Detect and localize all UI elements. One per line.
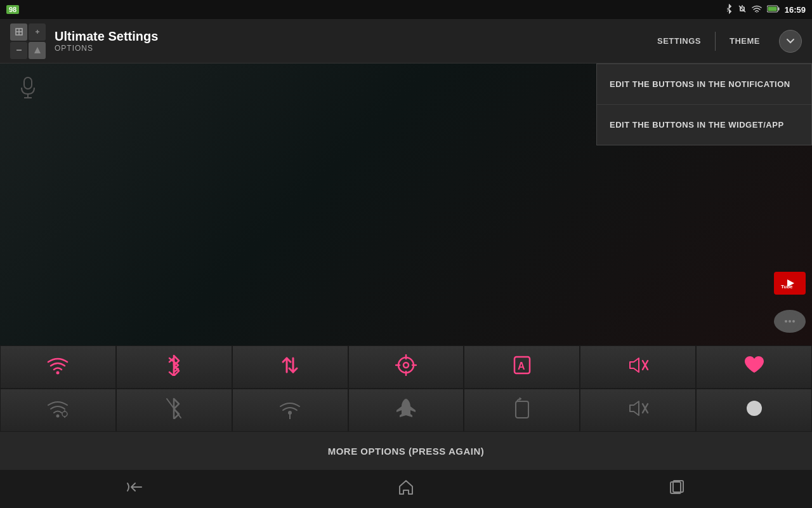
header-divider: [715, 32, 716, 51]
svg-point-26: [398, 358, 414, 373]
svg-point-36: [56, 414, 60, 417]
heart-icon: [743, 356, 765, 379]
app-title: Ultimate Settings: [55, 29, 158, 44]
settings-button[interactable]: SETTINGS: [646, 31, 712, 51]
button-row-2: [0, 389, 812, 432]
volume-mute-icon: [627, 356, 649, 379]
dropdown-menu: EDIT THE BUTTONS IN THE NOTIFICATION EDI…: [596, 64, 812, 145]
status-right: 16:59: [725, 4, 806, 16]
battery-status-icon: [767, 5, 780, 15]
data-transfer-icon: [280, 354, 299, 380]
recents-button[interactable]: [649, 473, 705, 505]
airplane-button[interactable]: [348, 389, 464, 432]
header-left: Ultimate Settings OPTIONS: [10, 23, 158, 59]
brightness-button[interactable]: [696, 389, 812, 432]
battery-percentage: 98: [6, 5, 19, 14]
silent-button[interactable]: [580, 389, 696, 432]
brightness-icon: [745, 399, 764, 422]
svg-point-2: [756, 12, 757, 13]
volume-mute-button[interactable]: [580, 345, 696, 389]
logo-cell-4: [29, 42, 46, 59]
wifi-settings-button[interactable]: [0, 389, 116, 432]
home-button[interactable]: [378, 472, 434, 505]
screen-rotate-icon: [513, 398, 531, 424]
status-bar: 98: [0, 0, 812, 19]
svg-point-23: [56, 371, 60, 374]
svg-point-21: [789, 320, 791, 323]
header-right: SETTINGS THEME: [646, 30, 802, 53]
svg-rect-13: [24, 77, 32, 89]
svg-point-20: [785, 320, 787, 323]
bluetooth-off-button[interactable]: [116, 389, 232, 432]
silent-icon: [627, 399, 649, 422]
svg-text:Tube: Tube: [781, 284, 793, 290]
svg-point-37: [62, 411, 67, 417]
status-left: 98: [6, 5, 19, 14]
edit-notification-buttons-item[interactable]: EDIT THE BUTTONS IN THE NOTIFICATION: [597, 64, 811, 105]
logo-cell-2: [29, 23, 46, 41]
bluetooth-off-icon: [166, 398, 182, 424]
screen-rotate-button[interactable]: [464, 389, 580, 432]
auto-rotate-button[interactable]: A: [464, 345, 580, 389]
gps-button[interactable]: [348, 345, 464, 389]
bluetooth-icon: [167, 354, 181, 380]
airplane-icon: [395, 398, 417, 424]
bluetooth-button[interactable]: [116, 345, 232, 389]
back-button[interactable]: [107, 474, 163, 504]
app-title-block: Ultimate Settings OPTIONS: [55, 29, 158, 53]
main-content: Tube EDIT THE BUTTONS IN THE NOTIFICATIO…: [0, 64, 812, 508]
more-options-text: MORE OPTIONS (PRESS AGAIN): [328, 446, 485, 457]
bottom-bar: MORE OPTIONS (PRESS AGAIN): [0, 432, 812, 470]
button-area: A: [0, 345, 812, 432]
svg-point-46: [747, 401, 762, 416]
wifi-button[interactable]: [0, 345, 116, 389]
nav-bar: [0, 470, 812, 508]
logo-cell-1: [10, 23, 27, 41]
heart-button[interactable]: [696, 345, 812, 389]
wifi-icon: [47, 356, 69, 379]
youtube-icon: Tube: [774, 272, 806, 295]
edit-widget-buttons-item[interactable]: EDIT THE BUTTONS IN THE WIDGET/APP: [597, 105, 811, 145]
header-dropdown-button[interactable]: [779, 30, 802, 53]
button-row-1: A: [0, 345, 812, 389]
mute-status-icon: [738, 4, 747, 15]
hotspot-icon: [279, 398, 301, 424]
svg-text:A: A: [518, 361, 525, 371]
app-subtitle: OPTIONS: [55, 44, 158, 53]
data-transfer-button[interactable]: [232, 345, 348, 389]
app-logo: [10, 23, 46, 59]
svg-rect-4: [778, 7, 779, 10]
status-time: 16:59: [785, 5, 806, 15]
theme-button[interactable]: THEME: [718, 31, 771, 51]
svg-marker-12: [34, 47, 41, 53]
hotspot-button[interactable]: [232, 389, 348, 432]
wifi-settings-icon: [47, 399, 69, 422]
microphone-icon: [19, 76, 37, 104]
wifi-status-icon: [752, 5, 762, 15]
bluetooth-status-icon: [725, 4, 733, 16]
auto-rotate-icon: A: [512, 354, 532, 380]
svg-point-27: [403, 363, 409, 368]
logo-cell-3: [10, 42, 27, 59]
chat-icon: [774, 310, 806, 333]
svg-point-22: [792, 320, 795, 323]
content-background: Tube EDIT THE BUTTONS IN THE NOTIFICATIO…: [0, 64, 812, 345]
svg-rect-5: [768, 6, 776, 11]
svg-rect-43: [516, 401, 528, 418]
gps-icon: [395, 354, 417, 380]
app-header: Ultimate Settings OPTIONS SETTINGS THEME: [0, 19, 812, 64]
